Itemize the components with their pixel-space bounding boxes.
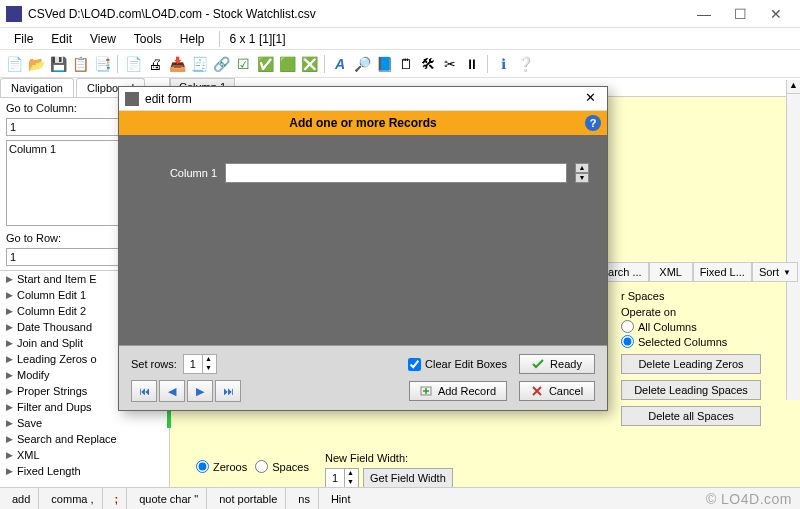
help-icon[interactable]: ?	[585, 115, 601, 131]
menu-edit[interactable]: Edit	[43, 30, 80, 48]
scroll-up-icon[interactable]: ▲	[787, 80, 800, 94]
ready-button[interactable]: Ready	[519, 354, 595, 374]
radio-selected-columns[interactable]: Selected Columns	[621, 335, 796, 348]
nav-first-icon[interactable]: ⏮	[131, 380, 157, 402]
cancel-icon	[531, 385, 543, 397]
nfw-spinner[interactable]: ▲▼	[325, 468, 359, 488]
dialog-close-button[interactable]: ✕	[579, 90, 601, 108]
tb-link-icon[interactable]: 🔗	[211, 54, 231, 74]
position-indicator: 6 x 1 [1][1]	[230, 32, 286, 46]
delete-leading-zeros-button[interactable]: Delete Leading Zeros	[621, 354, 761, 374]
radio-sel-input[interactable]	[621, 335, 634, 348]
spin-up-icon[interactable]: ▲	[344, 469, 356, 478]
nfw-input[interactable]	[326, 472, 344, 484]
menu-help[interactable]: Help	[172, 30, 213, 48]
close-button[interactable]: ✕	[758, 3, 794, 25]
tb-paste-icon[interactable]: 📑	[92, 54, 112, 74]
radio-all-input[interactable]	[621, 320, 634, 333]
chevron-right-icon: ▶	[6, 306, 13, 316]
tb-font-icon[interactable]: A	[330, 54, 350, 74]
nav-prev-icon[interactable]: ◀	[159, 380, 185, 402]
dialog-icon	[125, 92, 139, 106]
minimize-button[interactable]: —	[686, 3, 722, 25]
tb-save-icon[interactable]: 💾	[48, 54, 68, 74]
tb-sheet-icon[interactable]: 🧾	[189, 54, 209, 74]
tb-x-icon[interactable]: ❎	[299, 54, 319, 74]
menu-file[interactable]: File	[6, 30, 41, 48]
tb-info-icon[interactable]: ℹ	[493, 54, 513, 74]
tb-pause-icon[interactable]: ⏸	[462, 54, 482, 74]
chevron-right-icon: ▶	[6, 322, 13, 332]
maximize-button[interactable]: ☐	[722, 3, 758, 25]
dialog-titlebar[interactable]: edit form ✕	[119, 87, 607, 111]
tb-book-icon[interactable]: 📘	[374, 54, 394, 74]
nav-last-icon[interactable]: ⏭	[215, 380, 241, 402]
tb-search-icon[interactable]: 🔎	[352, 54, 372, 74]
tb-check2-icon[interactable]: ✅	[255, 54, 275, 74]
operate-on-label: Operate on	[621, 306, 796, 318]
radio-zeros[interactable]: Zeroos	[196, 460, 247, 473]
spin-down-icon[interactable]: ▼	[202, 364, 214, 373]
tb-import-icon[interactable]: 📥	[167, 54, 187, 74]
tb-new-icon[interactable]: 📄	[4, 54, 24, 74]
add-record-button[interactable]: Add Record	[409, 381, 507, 401]
clear-checkbox-input[interactable]	[408, 358, 421, 371]
action-search-replace[interactable]: ▶Search and Replace	[0, 431, 169, 447]
spin-down-icon[interactable]: ▼	[575, 173, 589, 183]
spin-down-icon[interactable]: ▼	[344, 478, 356, 487]
options-panel: r Spaces Operate on All Columns Selected…	[621, 290, 796, 426]
tb-doc-icon[interactable]: 📄	[123, 54, 143, 74]
action-label: Column Edit 1	[17, 289, 86, 301]
action-fixed-length[interactable]: ▶Fixed Length	[0, 463, 169, 479]
field-spinner[interactable]: ▲ ▼	[575, 163, 589, 183]
action-label: Search and Replace	[17, 433, 117, 445]
status-quote: quote char "	[131, 488, 207, 509]
nav-next-icon[interactable]: ▶	[187, 380, 213, 402]
chevron-right-icon: ▶	[6, 290, 13, 300]
radio-spaces-input[interactable]	[255, 460, 268, 473]
tb-copy-icon[interactable]: 📋	[70, 54, 90, 74]
column-1-input[interactable]	[225, 163, 567, 183]
check-icon	[532, 358, 544, 370]
set-rows-label: Set rows:	[131, 358, 177, 370]
title-bar: CSVed D:\LO4D.com\LO4D.com - Stock Watch…	[0, 0, 800, 28]
edit-form-dialog: edit form ✕ Add one or more Records ? Co…	[118, 86, 608, 411]
menu-tools[interactable]: Tools	[126, 30, 170, 48]
menu-view[interactable]: View	[82, 30, 124, 48]
tab-fixed[interactable]: Fixed L...	[693, 262, 752, 282]
tb-print-icon[interactable]: 🖨	[145, 54, 165, 74]
window-title: CSVed D:\LO4D.com\LO4D.com - Stock Watch…	[28, 7, 686, 21]
chevron-right-icon: ▶	[6, 354, 13, 364]
tb-help-icon[interactable]: ❔	[515, 54, 535, 74]
spin-up-icon[interactable]: ▲	[202, 355, 214, 364]
radio-zeros-input[interactable]	[196, 460, 209, 473]
radio-all-columns[interactable]: All Columns	[621, 320, 796, 333]
delete-all-spaces-button[interactable]: Delete all Spaces	[621, 406, 761, 426]
spin-up-icon[interactable]: ▲	[575, 163, 589, 173]
add-record-label: Add Record	[438, 385, 496, 397]
tb-green-icon[interactable]: 🟩	[277, 54, 297, 74]
tab-sort[interactable]: Sort▼	[752, 262, 798, 282]
set-rows-input[interactable]	[184, 358, 202, 370]
delete-leading-spaces-button[interactable]: Delete Leading Spaces	[621, 380, 761, 400]
tab-xml[interactable]: XML	[649, 262, 693, 282]
tab-navigation[interactable]: Navigation	[0, 78, 74, 97]
tb-tools-icon[interactable]: 🛠	[418, 54, 438, 74]
tb-cut-icon[interactable]: ✂	[440, 54, 460, 74]
action-xml[interactable]: ▶XML	[0, 447, 169, 463]
get-field-width-button[interactable]: Get Field Width	[363, 468, 453, 488]
tb-check1-icon[interactable]: ☑	[233, 54, 253, 74]
cancel-button[interactable]: Cancel	[519, 381, 595, 401]
status-bar: add comma , ; quote char " not portable …	[0, 487, 800, 509]
status-ns: ns	[290, 488, 319, 509]
clear-edit-boxes-checkbox[interactable]: Clear Edit Boxes	[408, 358, 507, 371]
set-rows-spinner[interactable]: ▲▼	[183, 354, 217, 374]
action-save[interactable]: ▶Save	[0, 415, 169, 431]
tb-open-icon[interactable]: 📂	[26, 54, 46, 74]
action-label: Modify	[17, 369, 49, 381]
chevron-right-icon: ▶	[6, 386, 13, 396]
radio-spaces[interactable]: Spaces	[255, 460, 309, 473]
status-hint: Hint	[323, 488, 359, 509]
tb-note-icon[interactable]: 🗒	[396, 54, 416, 74]
ready-label: Ready	[550, 358, 582, 370]
